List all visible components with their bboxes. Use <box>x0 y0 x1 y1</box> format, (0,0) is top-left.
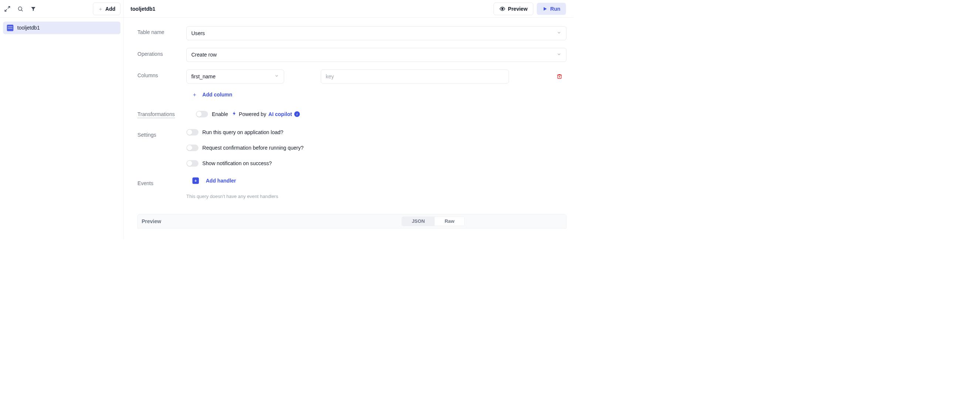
ai-copilot-link[interactable]: AI copilot <box>268 111 292 117</box>
bolt-icon <box>232 111 237 117</box>
sidebar-toolbar: ＋ Add <box>0 0 123 18</box>
run-button[interactable]: Run <box>537 3 566 15</box>
column-key-input[interactable] <box>321 70 509 83</box>
add-column-button[interactable]: ＋ Add column <box>186 89 238 100</box>
app-root: ＋ Add tooljetdb1 tooljetdb1 Preview <box>0 0 573 239</box>
add-handler-label: Add handler <box>206 178 236 184</box>
filter-icon[interactable] <box>29 5 37 13</box>
query-form: Table name Users Operations Create row <box>124 18 574 239</box>
query-title: tooljetdb1 <box>130 6 155 12</box>
label-settings: Settings <box>137 129 186 138</box>
svg-point-1 <box>501 8 503 10</box>
setting-label: Request confirmation before running quer… <box>202 145 304 151</box>
add-column-label: Add column <box>202 92 232 97</box>
operations-value: Create row <box>191 52 217 57</box>
column-name-value: first_name <box>191 73 216 80</box>
query-item-label: tooljetdb1 <box>18 25 40 31</box>
search-icon[interactable] <box>16 5 24 13</box>
query-header: tooljetdb1 Preview Run <box>124 0 574 18</box>
row-events: Events + Add handler This query doesn't … <box>137 177 566 199</box>
query-item-tooljetdb1[interactable]: tooljetdb1 <box>3 21 121 34</box>
row-columns: Columns first_name <box>137 70 566 100</box>
chevron-down-icon <box>557 52 561 57</box>
setting-label: Run this query on application load? <box>202 129 283 135</box>
run-button-label: Run <box>550 6 560 12</box>
label-events: Events <box>137 177 186 186</box>
queries-sidebar: ＋ Add tooljetdb1 <box>0 0 124 239</box>
eye-icon <box>499 6 505 12</box>
powered-text: Powered by <box>239 111 266 117</box>
add-button-label: Add <box>105 6 115 12</box>
notify-toggle[interactable] <box>186 160 199 167</box>
label-operations: Operations <box>137 48 186 57</box>
label-transformations: Transformations <box>137 111 175 118</box>
row-operations: Operations Create row <box>137 48 566 62</box>
plus-icon: ＋ <box>98 5 103 12</box>
row-table-name: Table name Users <box>137 26 566 40</box>
transformations-toggle[interactable] <box>196 111 208 118</box>
main-panel: tooljetdb1 Preview Run Table name <box>124 0 574 239</box>
label-table-name: Table name <box>137 26 186 35</box>
preview-button-label: Preview <box>508 6 528 12</box>
column-name-select[interactable]: first_name <box>186 70 284 83</box>
confirm-toggle[interactable] <box>186 145 199 151</box>
info-icon[interactable]: i <box>294 111 300 117</box>
run-on-load-toggle[interactable] <box>186 129 199 135</box>
row-settings: Settings Run this query on application l… <box>137 129 566 167</box>
header-actions: Preview Run <box>493 3 566 15</box>
setting-label: Show notification on success? <box>202 160 272 166</box>
table-name-select[interactable]: Users <box>186 26 566 40</box>
chevron-down-icon <box>557 30 561 36</box>
setting-confirm: Request confirmation before running quer… <box>186 145 566 151</box>
operations-select[interactable]: Create row <box>186 48 566 62</box>
powered-by: Powered by AI copilot i <box>232 111 300 117</box>
preview-button[interactable]: Preview <box>493 3 533 15</box>
preview-panel: Preview JSON Raw <box>137 214 566 229</box>
add-handler-button[interactable]: + Add handler <box>186 177 566 184</box>
plus-square-icon: + <box>192 177 199 184</box>
preview-panel-wrap: Preview JSON Raw <box>137 214 566 229</box>
no-handlers-text: This query doesn't have any event handle… <box>186 194 566 199</box>
setting-notify: Show notification on success? <box>186 160 566 167</box>
column-entry: first_name <box>186 70 566 83</box>
database-icon <box>7 25 14 32</box>
preview-panel-label: Preview <box>142 218 161 224</box>
delete-column-button[interactable] <box>557 73 562 80</box>
preview-tabs: JSON Raw <box>402 216 465 226</box>
chevron-down-icon <box>274 73 279 80</box>
tab-json[interactable]: JSON <box>402 217 435 226</box>
enable-label: Enable <box>212 111 228 117</box>
row-transformations: Transformations Enable Powered by AI cop… <box>137 110 566 118</box>
table-name-value: Users <box>191 30 205 36</box>
tab-raw[interactable]: Raw <box>434 217 464 226</box>
label-columns: Columns <box>137 70 186 79</box>
play-icon <box>542 6 548 11</box>
trash-icon <box>557 73 562 80</box>
collapse-icon[interactable] <box>3 5 11 13</box>
setting-run-on-load: Run this query on application load? <box>186 129 566 135</box>
queries-list: tooljetdb1 <box>0 18 123 38</box>
plus-icon: ＋ <box>192 91 197 98</box>
add-query-button[interactable]: ＋ Add <box>93 3 121 15</box>
